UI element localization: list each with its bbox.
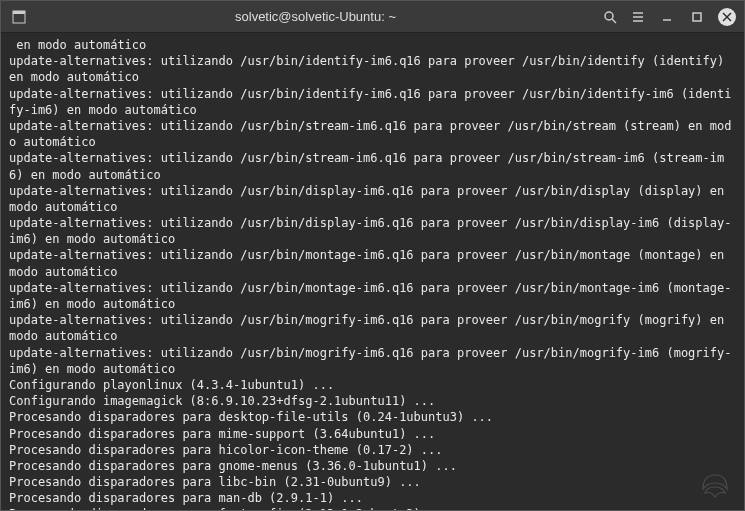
titlebar-actions [602,8,736,26]
menu-icon[interactable] [630,9,646,25]
titlebar: solvetic@solvetic-Ubuntu: ~ [1,1,744,33]
svg-rect-1 [13,11,25,14]
search-icon[interactable] [602,9,618,25]
watermark-icon [697,465,733,501]
svg-line-3 [612,19,616,23]
app-menu-icon[interactable] [9,10,29,24]
window-title: solvetic@solvetic-Ubuntu: ~ [29,9,602,24]
minimize-button[interactable] [658,8,676,26]
terminal-output[interactable]: en modo automático update-alternatives: … [1,33,744,510]
terminal-lines: en modo automático update-alternatives: … [9,38,731,510]
svg-point-2 [605,12,613,20]
close-button[interactable] [718,8,736,26]
svg-rect-8 [693,13,701,21]
maximize-button[interactable] [688,8,706,26]
